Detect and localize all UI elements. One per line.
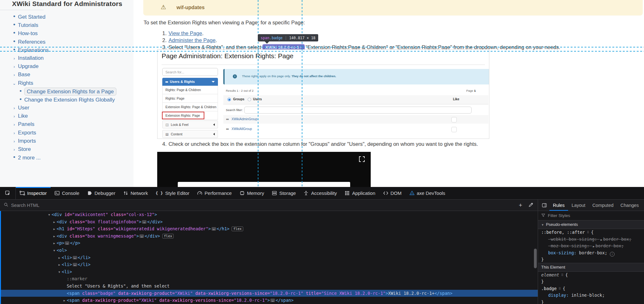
- shot-search-filter-input[interactable]: [244, 107, 472, 114]
- sidebar-item-explanations[interactable]: • Explanations: [0, 46, 133, 54]
- sidebar-item-store[interactable]: › Store: [0, 145, 133, 153]
- embedded-video[interactable]: [157, 152, 371, 187]
- shot-menu-item-2[interactable]: Rights: Page: [162, 94, 218, 103]
- markup-row[interactable]: ▶<h1 id="HSteps" class="wikigeneratedid …: [0, 225, 538, 233]
- ellipsis-expander[interactable]: …: [270, 299, 275, 302]
- sidebar-item-user[interactable]: › User: [0, 104, 133, 112]
- users-radio[interactable]: [248, 98, 251, 101]
- eyedropper-button[interactable]: [529, 202, 533, 209]
- shot-menu-item-1[interactable]: Rights: Page & Children: [162, 86, 218, 94]
- twisty-closed-icon[interactable]: ▶: [52, 240, 57, 247]
- sidebar-tab-computed[interactable]: Computed: [589, 200, 617, 211]
- pick-element-button[interactable]: [0, 187, 16, 199]
- groups-radio[interactable]: [227, 98, 231, 101]
- ellipsis-expander[interactable]: …: [139, 234, 144, 238]
- twisty-closed-icon[interactable]: ▶: [57, 261, 62, 269]
- like-checkbox[interactable]: [451, 117, 457, 122]
- markup-row[interactable]: ▶<p>…</p>: [0, 239, 538, 247]
- sidebar-item-installation[interactable]: › Installation: [0, 54, 133, 62]
- markup-row[interactable]: Select "Users & Rights", and then select: [0, 282, 538, 290]
- sidebar-toggle-icon[interactable]: [538, 200, 549, 211]
- shot-content-section[interactable]: ▤Content: [162, 130, 218, 138]
- flex-badge[interactable]: flex: [162, 234, 174, 239]
- ellipsis-expander[interactable]: …: [142, 220, 146, 224]
- shot-menu-item-4[interactable]: Extension Rights: Page: [162, 111, 218, 120]
- sidebar-tab-rules[interactable]: Rules: [549, 200, 568, 211]
- administer-the-page-link[interactable]: Administer the Page: [169, 37, 216, 43]
- css-rule-selector[interactable]: ::before, ::after⠿{: [538, 229, 644, 236]
- selector-highlighter-icon[interactable]: ⠿: [559, 285, 561, 292]
- css-declaration[interactable]: -moz-box-sizing: ▶border-box;: [538, 243, 644, 250]
- filter-styles-bar[interactable]: Filter Styles: [538, 211, 644, 220]
- shot-menu-item-3[interactable]: Extension Rights: Page & Children: [162, 103, 218, 111]
- rules-section-header[interactable]: This Element: [538, 263, 644, 272]
- selector-highlighter-icon[interactable]: ⠿: [587, 229, 589, 236]
- markup-row[interactable]: ▶<li>…</li>: [0, 261, 538, 268]
- add-node-button[interactable]: +: [519, 202, 522, 209]
- twisty-open-icon[interactable]: ▼: [47, 211, 52, 219]
- rules-section-header[interactable]: ▼Pseudo-elements: [538, 220, 644, 229]
- css-declaration[interactable]: box-sizing: border-box;i: [538, 250, 644, 257]
- view-the-page-link[interactable]: View the Page: [169, 30, 202, 36]
- twisty-closed-icon[interactable]: ▶: [57, 254, 62, 262]
- sidebar-item-panels[interactable]: › Panels: [0, 120, 133, 128]
- group-link[interactable]: XWikiAllGroup: [232, 127, 252, 131]
- sidebar-item-change-the-extension-rights-globally[interactable]: • Change the Extension Rights Globally: [0, 96, 133, 104]
- markup-row[interactable]: ▶<span data-xwikiorg-product="XWiki" dat…: [0, 297, 538, 304]
- sidebar-item-rights[interactable]: ⌄ Rights: [0, 79, 133, 87]
- selector-highlighter-icon[interactable]: ⠿: [561, 272, 563, 279]
- ellipsis-expander[interactable]: …: [73, 263, 77, 266]
- markup-row[interactable]: ::marker: [0, 275, 538, 282]
- sidebar-item-get-started[interactable]: • Get Started: [0, 13, 133, 21]
- flex-badge[interactable]: flex: [232, 226, 243, 231]
- sidebar-item-upgrade[interactable]: › Upgrade: [0, 62, 133, 71]
- markup-row[interactable]: ▼<ol>: [0, 247, 538, 254]
- css-declaration[interactable]: -webkit-box-sizing: ▶border-box;: [538, 236, 644, 243]
- markup-row[interactable]: ▼<li>: [0, 268, 538, 276]
- devtools-tab-style-editor[interactable]: { }Style Editor: [152, 187, 193, 199]
- devtools-tab-network[interactable]: Network: [119, 187, 152, 199]
- shot-search-input[interactable]: Search for...: [162, 68, 218, 76]
- twisty-open-icon[interactable]: ▼: [52, 247, 57, 254]
- css-rule-selector[interactable]: .badge⠿{: [538, 285, 644, 292]
- devtools-tab-debugger[interactable]: Debugger: [83, 187, 119, 199]
- group-link[interactable]: XWikiAdminGroup: [232, 117, 257, 121]
- inactive-css-info-icon[interactable]: i: [610, 252, 615, 257]
- sidebar-item-how-tos[interactable]: • How-tos: [0, 29, 133, 37]
- markup-row[interactable]: ▶<li>…</li>: [0, 254, 538, 261]
- shot-users-rights-button[interactable]: ●●Users & Rights: [162, 78, 218, 86]
- twisty-closed-icon[interactable]: ▶: [62, 297, 67, 304]
- devtools-tab-accessibility[interactable]: Accessibility: [300, 187, 341, 199]
- sidebar-tab-layout[interactable]: Layout: [568, 200, 589, 211]
- sidebar-item-tutorials[interactable]: • Tutorials: [0, 21, 133, 29]
- devtools-tab-console[interactable]: Console: [51, 187, 83, 199]
- sidebar-item-2-more[interactable]: • 2 more ...: [0, 153, 133, 162]
- ellipsis-expander[interactable]: …: [65, 241, 69, 245]
- sidebar-tab-changes[interactable]: Changes: [617, 200, 642, 211]
- twisty-open-icon[interactable]: ▼: [57, 269, 62, 276]
- sidebar-item-change-extension-rights-for-a-page[interactable]: • Change Extension Rights for a Page: [0, 87, 133, 96]
- devtools-tab-application[interactable]: Application: [341, 187, 379, 199]
- ellipsis-expander[interactable]: …: [73, 256, 77, 259]
- shot-look-and-feel-section[interactable]: ◫Look & Feel: [162, 121, 218, 128]
- sidebar-item-exports[interactable]: › Exports: [0, 129, 133, 137]
- twisty-closed-icon[interactable]: ▶: [52, 219, 57, 226]
- search-html-bar[interactable]: Search HTML +: [0, 200, 538, 211]
- fullscreen-icon[interactable]: [359, 156, 365, 162]
- devtools-tab-dom[interactable]: DOM: [379, 187, 406, 199]
- computed-value-expander-icon[interactable]: ▶: [601, 237, 602, 244]
- ellipsis-expander[interactable]: …: [212, 227, 216, 231]
- devtools-tab-storage[interactable]: Storage: [268, 187, 300, 199]
- css-declaration[interactable]: display: inline-block;: [538, 292, 644, 299]
- css-rule-selector[interactable]: element⠿{: [538, 272, 644, 279]
- devtools-tab-inspector[interactable]: Inspector: [16, 187, 51, 199]
- like-checkbox[interactable]: [451, 127, 457, 132]
- sidebar-item-base[interactable]: › Base: [0, 71, 133, 79]
- markup-row[interactable]: ▼<div id="xwikicontent" class="col-xs-12…: [0, 211, 538, 218]
- markup-row-selected[interactable]: <span class="badge" data-xwikiorg-produc…: [0, 290, 538, 297]
- devtools-tab-axe-devtools[interactable]: axe DevTools: [406, 187, 449, 199]
- markup-row[interactable]: ▶<div class="box floatinginfobox">…</div…: [0, 218, 538, 226]
- computed-value-expander-icon[interactable]: ▶: [593, 243, 594, 250]
- sidebar-item-imports[interactable]: › Imports: [0, 137, 133, 145]
- twisty-closed-icon[interactable]: ▶: [52, 233, 57, 240]
